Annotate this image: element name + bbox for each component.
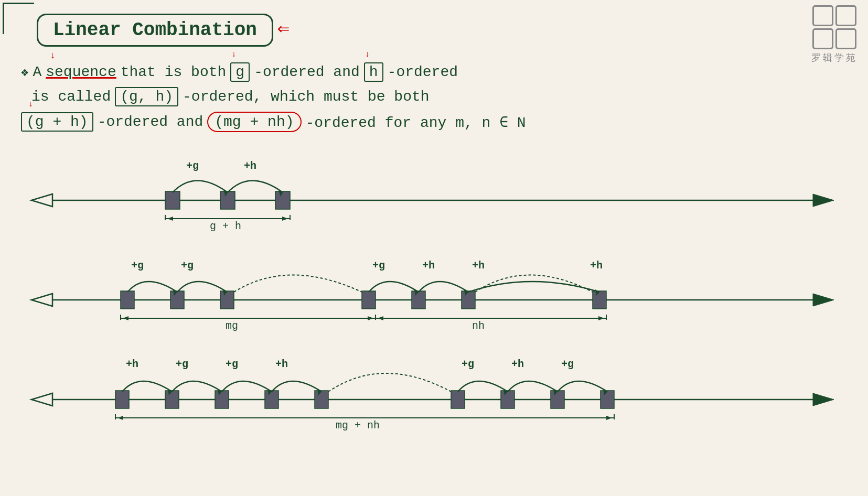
svg-marker-18 [31, 294, 52, 306]
svg-marker-41 [123, 316, 128, 320]
title-box: Linear Combination [37, 14, 273, 47]
svg-rect-23 [362, 291, 376, 309]
diagrams-area: +g +h g + h [16, 137, 852, 434]
svg-text:+g: +g [226, 358, 238, 370]
svg-marker-15 [282, 217, 288, 221]
svg-rect-54 [165, 391, 179, 408]
svg-text:+g: +g [181, 260, 194, 272]
svg-text:+g: +g [462, 358, 474, 370]
svg-rect-56 [265, 391, 278, 408]
diagrams-svg: +g +h g + h [16, 137, 850, 431]
svg-rect-20 [121, 291, 134, 309]
arrow-above-h: ↓ [365, 50, 370, 59]
svg-marker-51 [31, 393, 52, 406]
svg-rect-21 [170, 291, 184, 309]
svg-text:mg + nh: mg + nh [336, 419, 380, 431]
svg-marker-47 [378, 316, 383, 320]
diagram3: +h +g +g +h +g +h +g mg + nh [31, 358, 834, 431]
line1: ❖ A ↓ sequence that is both ↓ g -ordered… [21, 62, 852, 82]
svg-text:+g: +g [186, 160, 199, 172]
svg-text:+g: +g [176, 358, 188, 370]
diagram2: +g +g +g +h +h +h mg nh [31, 260, 834, 332]
svg-rect-57 [315, 391, 328, 408]
svg-rect-25 [462, 291, 475, 309]
svg-marker-42 [368, 316, 373, 320]
diamond-icon: ❖ [21, 64, 28, 80]
svg-text:+h: +h [511, 358, 524, 370]
line3: ↓ (g + h) -ordered and (mg + nh) -ordere… [21, 112, 852, 132]
svg-text:+h: +h [422, 260, 435, 272]
svg-rect-5 [220, 191, 235, 209]
line1-ordered-and: -ordered and [254, 64, 360, 80]
svg-text:g + h: g + h [210, 220, 241, 232]
svg-text:mg: mg [226, 320, 238, 332]
h-boxed-wrap: ↓ h [364, 62, 383, 82]
h-boxed: h [364, 62, 383, 82]
gh-boxed-wrap: (g, h) [115, 87, 178, 106]
diagram1: +g +h g + h [31, 160, 834, 232]
sequence-word: sequence [46, 64, 116, 80]
svg-marker-1 [31, 194, 52, 207]
svg-rect-6 [275, 191, 290, 209]
svg-marker-52 [813, 393, 834, 406]
line2: is called (g, h) -ordered, which must be… [31, 87, 852, 106]
g-boxed: g [230, 62, 250, 82]
line1-ordered-end: -ordered [388, 64, 458, 80]
gh-boxed: (g, h) [115, 87, 178, 106]
svg-rect-24 [412, 291, 425, 309]
svg-marker-80 [606, 416, 612, 420]
gh-sum-boxed-wrap: ↓ (g + h) [21, 112, 93, 132]
svg-rect-58 [451, 391, 465, 408]
svg-text:+h: +h [472, 260, 485, 272]
svg-rect-60 [551, 391, 564, 408]
svg-rect-4 [165, 191, 180, 209]
svg-text:+h: +h [275, 358, 288, 370]
svg-text:+h: +h [244, 160, 256, 172]
title-arrow-left: ⇐ [277, 16, 290, 40]
sequence-word-wrap: ↓ sequence [46, 64, 116, 80]
line1-that-is-both: that is both [121, 64, 227, 80]
gh-sum-boxed: (g + h) [21, 112, 93, 132]
line2-ordered-which: -ordered, which must be both [183, 89, 429, 105]
svg-text:+h: +h [590, 260, 603, 272]
svg-text:nh: nh [472, 320, 485, 332]
title-text: Linear Combination [53, 19, 257, 41]
mg-nh-circled: (mg + nh) [207, 112, 301, 132]
svg-marker-79 [117, 416, 123, 420]
svg-marker-14 [167, 217, 173, 221]
svg-marker-19 [813, 294, 834, 306]
svg-rect-55 [215, 391, 229, 408]
svg-text:+g: +g [372, 260, 385, 272]
svg-marker-2 [813, 194, 834, 207]
svg-text:+h: +h [126, 358, 138, 370]
arrow-above-g: ↓ [231, 50, 237, 59]
main-container: 罗辑学苑 Linear Combination ⇐ ❖ A ↓ sequence… [0, 0, 868, 496]
svg-text:+g: +g [561, 358, 574, 370]
svg-rect-61 [601, 391, 614, 408]
svg-rect-53 [115, 391, 129, 408]
line1-a: A [33, 64, 41, 80]
g-boxed-wrap: ↓ g [230, 62, 250, 82]
line3-suffix: -ordered for any m, n ∈ N [306, 113, 526, 131]
svg-rect-22 [220, 291, 234, 309]
line2-is-called: is called [31, 89, 111, 105]
arrow-above-sequence: ↓ [50, 50, 56, 61]
svg-rect-59 [501, 391, 515, 408]
svg-marker-48 [598, 316, 604, 320]
arrow-above-gh-sum: ↓ [28, 100, 34, 109]
svg-text:+g: +g [131, 260, 144, 272]
svg-rect-26 [593, 291, 606, 309]
line3-ordered-and: -ordered and [98, 114, 203, 130]
